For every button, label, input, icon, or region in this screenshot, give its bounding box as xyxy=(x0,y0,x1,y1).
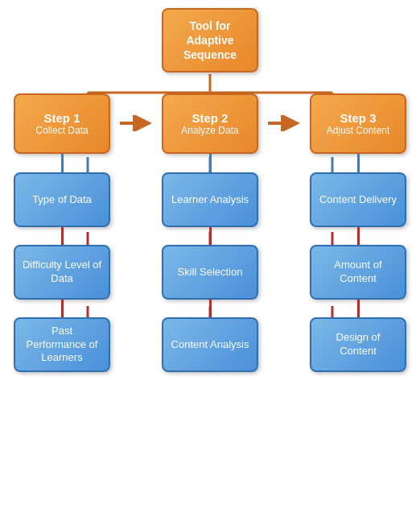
arrow2-icon xyxy=(266,115,302,131)
step1-v-connector2 xyxy=(61,227,64,245)
step3-v-connector3 xyxy=(357,300,360,317)
step2-v-connector3 xyxy=(209,300,212,317)
step2-box: Step 2 Analyze Data xyxy=(162,93,258,154)
step1-child3: Past Performance of Learners xyxy=(14,317,110,372)
root-title: Tool for Adaptive Sequence xyxy=(170,19,250,63)
step3-child2: Amount of Content xyxy=(310,245,406,300)
step3-child3: Design of Content xyxy=(310,317,406,372)
step3-subtitle: Adjust Content xyxy=(327,125,390,136)
step1-v-connector3 xyxy=(61,300,64,317)
step1-child2: Difficulty Level of Data xyxy=(14,245,110,300)
step3-column: Step 3 Adjust Content Content Delivery A… xyxy=(302,93,414,372)
step2-child2: Skill Selection xyxy=(162,245,258,300)
step2-child1: Learner Analysis xyxy=(162,172,258,227)
step2-v-connector1 xyxy=(209,154,212,172)
step2-subtitle: Analyze Data xyxy=(181,125,238,136)
step3-v-connector1 xyxy=(357,154,360,172)
root-box: Tool for Adaptive Sequence xyxy=(162,8,258,72)
step3-child1: Content Delivery xyxy=(310,172,406,227)
step3-box: Step 3 Adjust Content xyxy=(310,93,406,154)
step1-box: Step 1 Collect Data xyxy=(14,93,110,154)
step1-child1: Type of Data xyxy=(14,172,110,227)
step1-subtitle: Collect Data xyxy=(35,125,88,136)
step2-column: Step 2 Analyze Data Learner Analysis Ski… xyxy=(154,93,266,372)
step3-number: Step 3 xyxy=(340,111,376,125)
diagram: Tool for Adaptive Sequence Step 1 Collec… xyxy=(0,0,420,509)
step1-v-connector1 xyxy=(61,154,64,172)
step2-number: Step 2 xyxy=(191,111,228,125)
arrow1-icon xyxy=(118,115,154,131)
step1-number: Step 1 xyxy=(43,111,80,125)
step2-v-connector2 xyxy=(209,227,212,245)
step1-column: Step 1 Collect Data Type of Data Difficu… xyxy=(6,93,118,372)
step3-v-connector2 xyxy=(357,227,360,245)
step2-child3: Content Analysis xyxy=(162,317,258,372)
